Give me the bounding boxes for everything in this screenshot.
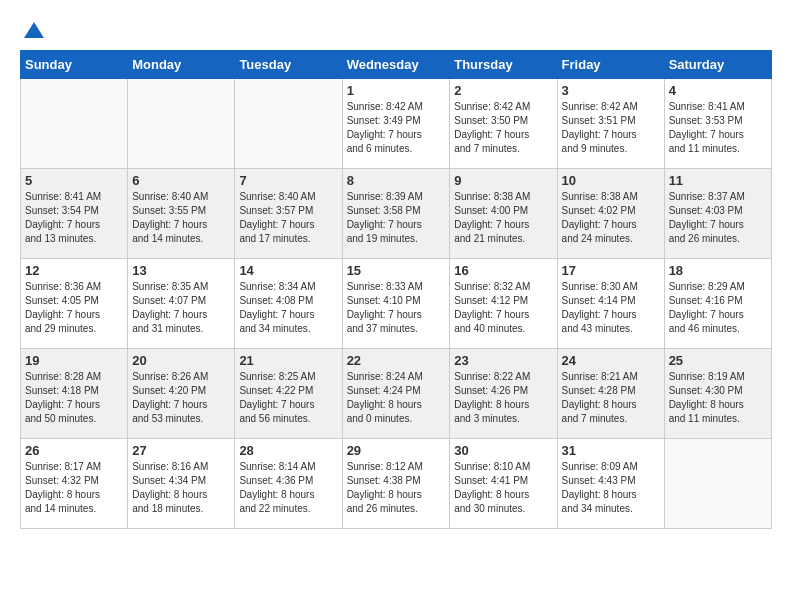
day-number: 26 (25, 443, 123, 458)
day-number: 22 (347, 353, 446, 368)
day-info: Sunrise: 8:38 AM Sunset: 4:00 PM Dayligh… (454, 190, 552, 246)
day-number: 29 (347, 443, 446, 458)
day-info: Sunrise: 8:28 AM Sunset: 4:18 PM Dayligh… (25, 370, 123, 426)
day-info: Sunrise: 8:38 AM Sunset: 4:02 PM Dayligh… (562, 190, 660, 246)
day-number: 14 (239, 263, 337, 278)
calendar-day-25: 25Sunrise: 8:19 AM Sunset: 4:30 PM Dayli… (664, 349, 771, 439)
day-number: 19 (25, 353, 123, 368)
day-number: 21 (239, 353, 337, 368)
day-info: Sunrise: 8:22 AM Sunset: 4:26 PM Dayligh… (454, 370, 552, 426)
calendar-day-19: 19Sunrise: 8:28 AM Sunset: 4:18 PM Dayli… (21, 349, 128, 439)
calendar-week-5: 26Sunrise: 8:17 AM Sunset: 4:32 PM Dayli… (21, 439, 772, 529)
day-info: Sunrise: 8:42 AM Sunset: 3:50 PM Dayligh… (454, 100, 552, 156)
calendar-day-31: 31Sunrise: 8:09 AM Sunset: 4:43 PM Dayli… (557, 439, 664, 529)
calendar-day-13: 13Sunrise: 8:35 AM Sunset: 4:07 PM Dayli… (128, 259, 235, 349)
calendar-day-17: 17Sunrise: 8:30 AM Sunset: 4:14 PM Dayli… (557, 259, 664, 349)
day-number: 5 (25, 173, 123, 188)
day-info: Sunrise: 8:39 AM Sunset: 3:58 PM Dayligh… (347, 190, 446, 246)
day-info: Sunrise: 8:19 AM Sunset: 4:30 PM Dayligh… (669, 370, 767, 426)
day-number: 27 (132, 443, 230, 458)
day-info: Sunrise: 8:36 AM Sunset: 4:05 PM Dayligh… (25, 280, 123, 336)
calendar-day-23: 23Sunrise: 8:22 AM Sunset: 4:26 PM Dayli… (450, 349, 557, 439)
day-info: Sunrise: 8:25 AM Sunset: 4:22 PM Dayligh… (239, 370, 337, 426)
calendar-day-3: 3Sunrise: 8:42 AM Sunset: 3:51 PM Daylig… (557, 79, 664, 169)
day-info: Sunrise: 8:42 AM Sunset: 3:51 PM Dayligh… (562, 100, 660, 156)
day-info: Sunrise: 8:37 AM Sunset: 4:03 PM Dayligh… (669, 190, 767, 246)
day-number: 12 (25, 263, 123, 278)
day-number: 23 (454, 353, 552, 368)
calendar-day-14: 14Sunrise: 8:34 AM Sunset: 4:08 PM Dayli… (235, 259, 342, 349)
calendar-day-22: 22Sunrise: 8:24 AM Sunset: 4:24 PM Dayli… (342, 349, 450, 439)
calendar-day-12: 12Sunrise: 8:36 AM Sunset: 4:05 PM Dayli… (21, 259, 128, 349)
calendar-week-4: 19Sunrise: 8:28 AM Sunset: 4:18 PM Dayli… (21, 349, 772, 439)
day-number: 17 (562, 263, 660, 278)
logo (20, 20, 46, 40)
day-number: 20 (132, 353, 230, 368)
day-number: 15 (347, 263, 446, 278)
calendar-week-3: 12Sunrise: 8:36 AM Sunset: 4:05 PM Dayli… (21, 259, 772, 349)
day-info: Sunrise: 8:17 AM Sunset: 4:32 PM Dayligh… (25, 460, 123, 516)
calendar-day-27: 27Sunrise: 8:16 AM Sunset: 4:34 PM Dayli… (128, 439, 235, 529)
day-info: Sunrise: 8:33 AM Sunset: 4:10 PM Dayligh… (347, 280, 446, 336)
day-number: 28 (239, 443, 337, 458)
day-info: Sunrise: 8:30 AM Sunset: 4:14 PM Dayligh… (562, 280, 660, 336)
calendar-day-26: 26Sunrise: 8:17 AM Sunset: 4:32 PM Dayli… (21, 439, 128, 529)
calendar-day-16: 16Sunrise: 8:32 AM Sunset: 4:12 PM Dayli… (450, 259, 557, 349)
day-info: Sunrise: 8:12 AM Sunset: 4:38 PM Dayligh… (347, 460, 446, 516)
calendar-day-1: 1Sunrise: 8:42 AM Sunset: 3:49 PM Daylig… (342, 79, 450, 169)
calendar-day-21: 21Sunrise: 8:25 AM Sunset: 4:22 PM Dayli… (235, 349, 342, 439)
weekday-header-tuesday: Tuesday (235, 51, 342, 79)
calendar-day-5: 5Sunrise: 8:41 AM Sunset: 3:54 PM Daylig… (21, 169, 128, 259)
day-number: 6 (132, 173, 230, 188)
calendar-day-11: 11Sunrise: 8:37 AM Sunset: 4:03 PM Dayli… (664, 169, 771, 259)
day-info: Sunrise: 8:40 AM Sunset: 3:57 PM Dayligh… (239, 190, 337, 246)
day-info: Sunrise: 8:32 AM Sunset: 4:12 PM Dayligh… (454, 280, 552, 336)
weekday-header-friday: Friday (557, 51, 664, 79)
day-number: 8 (347, 173, 446, 188)
day-info: Sunrise: 8:21 AM Sunset: 4:28 PM Dayligh… (562, 370, 660, 426)
svg-marker-0 (24, 22, 44, 38)
calendar-day-24: 24Sunrise: 8:21 AM Sunset: 4:28 PM Dayli… (557, 349, 664, 439)
day-number: 31 (562, 443, 660, 458)
weekday-header-sunday: Sunday (21, 51, 128, 79)
day-number: 4 (669, 83, 767, 98)
day-number: 7 (239, 173, 337, 188)
day-number: 30 (454, 443, 552, 458)
weekday-header-monday: Monday (128, 51, 235, 79)
day-info: Sunrise: 8:35 AM Sunset: 4:07 PM Dayligh… (132, 280, 230, 336)
day-info: Sunrise: 8:14 AM Sunset: 4:36 PM Dayligh… (239, 460, 337, 516)
calendar-day-10: 10Sunrise: 8:38 AM Sunset: 4:02 PM Dayli… (557, 169, 664, 259)
calendar-day-6: 6Sunrise: 8:40 AM Sunset: 3:55 PM Daylig… (128, 169, 235, 259)
day-info: Sunrise: 8:42 AM Sunset: 3:49 PM Dayligh… (347, 100, 446, 156)
day-number: 13 (132, 263, 230, 278)
day-info: Sunrise: 8:29 AM Sunset: 4:16 PM Dayligh… (669, 280, 767, 336)
day-number: 9 (454, 173, 552, 188)
logo-icon (22, 20, 46, 44)
calendar-day-9: 9Sunrise: 8:38 AM Sunset: 4:00 PM Daylig… (450, 169, 557, 259)
weekday-header-thursday: Thursday (450, 51, 557, 79)
day-number: 1 (347, 83, 446, 98)
calendar-day-4: 4Sunrise: 8:41 AM Sunset: 3:53 PM Daylig… (664, 79, 771, 169)
day-info: Sunrise: 8:26 AM Sunset: 4:20 PM Dayligh… (132, 370, 230, 426)
day-info: Sunrise: 8:41 AM Sunset: 3:53 PM Dayligh… (669, 100, 767, 156)
calendar-day-15: 15Sunrise: 8:33 AM Sunset: 4:10 PM Dayli… (342, 259, 450, 349)
day-info: Sunrise: 8:16 AM Sunset: 4:34 PM Dayligh… (132, 460, 230, 516)
day-info: Sunrise: 8:09 AM Sunset: 4:43 PM Dayligh… (562, 460, 660, 516)
page-header (20, 20, 772, 40)
day-info: Sunrise: 8:24 AM Sunset: 4:24 PM Dayligh… (347, 370, 446, 426)
calendar-day-7: 7Sunrise: 8:40 AM Sunset: 3:57 PM Daylig… (235, 169, 342, 259)
calendar-day-2: 2Sunrise: 8:42 AM Sunset: 3:50 PM Daylig… (450, 79, 557, 169)
calendar-day-8: 8Sunrise: 8:39 AM Sunset: 3:58 PM Daylig… (342, 169, 450, 259)
day-info: Sunrise: 8:34 AM Sunset: 4:08 PM Dayligh… (239, 280, 337, 336)
calendar-empty-cell (664, 439, 771, 529)
day-number: 11 (669, 173, 767, 188)
calendar-day-29: 29Sunrise: 8:12 AM Sunset: 4:38 PM Dayli… (342, 439, 450, 529)
calendar-empty-cell (21, 79, 128, 169)
calendar-day-20: 20Sunrise: 8:26 AM Sunset: 4:20 PM Dayli… (128, 349, 235, 439)
day-number: 16 (454, 263, 552, 278)
day-number: 24 (562, 353, 660, 368)
weekday-header-wednesday: Wednesday (342, 51, 450, 79)
calendar-day-28: 28Sunrise: 8:14 AM Sunset: 4:36 PM Dayli… (235, 439, 342, 529)
day-number: 3 (562, 83, 660, 98)
calendar-day-18: 18Sunrise: 8:29 AM Sunset: 4:16 PM Dayli… (664, 259, 771, 349)
